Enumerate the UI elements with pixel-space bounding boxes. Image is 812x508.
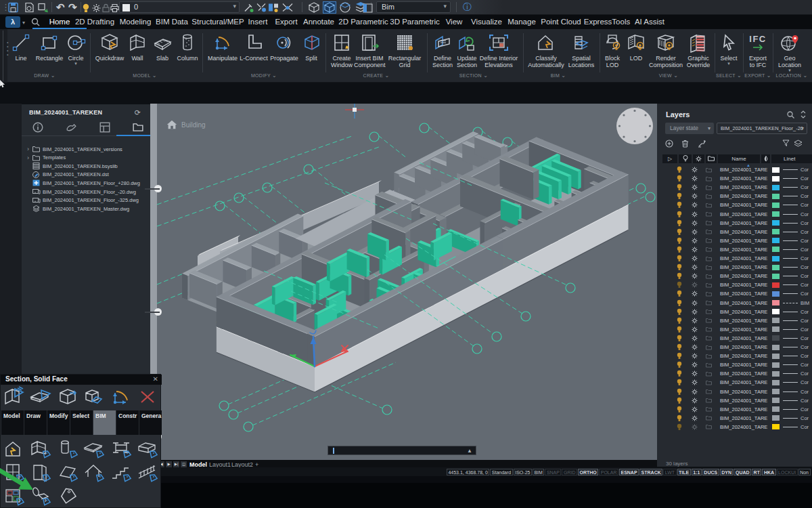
svg-text:IFC: IFC	[749, 34, 766, 44]
